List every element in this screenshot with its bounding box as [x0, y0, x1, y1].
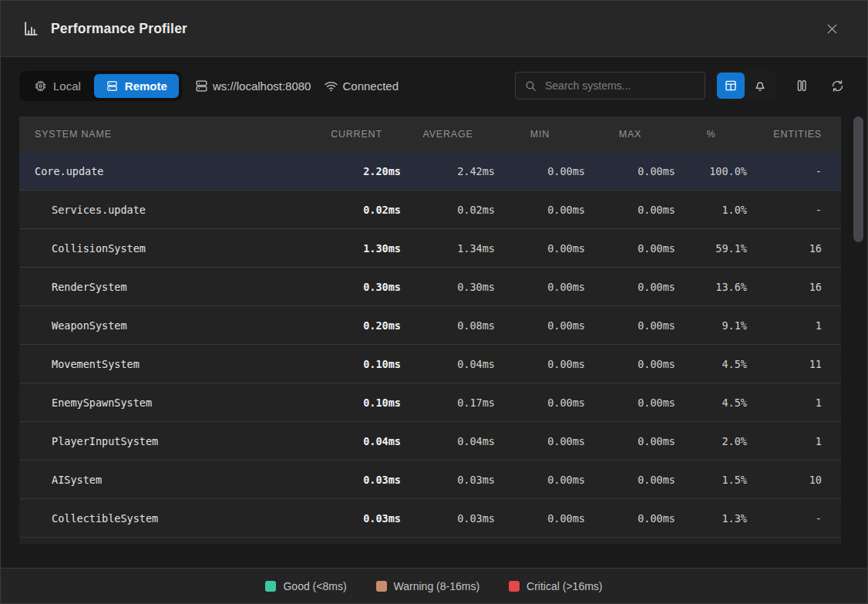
page-title: Performance Profiler — [51, 21, 187, 37]
max-value: 0.00ms — [585, 435, 675, 447]
entities-value: 16 — [747, 281, 841, 293]
min-value: 0.00ms — [495, 242, 585, 255]
min-value: 0.00ms — [495, 435, 585, 447]
min-value: 0.00ms — [495, 474, 585, 486]
entities-value: 16 — [747, 242, 841, 255]
table-row[interactable]: CollectibleSystem 0.03ms 0.03ms 0.00ms 0… — [19, 499, 841, 538]
column-header-min[interactable]: MIN — [495, 129, 585, 140]
refresh-button[interactable] — [824, 73, 850, 99]
remote-tab-label: Remote — [125, 79, 167, 93]
entities-value: 1 — [747, 319, 841, 332]
system-name: CollisionSystem — [19, 242, 312, 255]
remote-tab[interactable]: Remote — [94, 74, 179, 98]
legend: Good (<8ms) Warning (8-16ms) Critical (>… — [1, 568, 867, 603]
average-value: 0.04ms — [401, 358, 495, 370]
table-row[interactable]: PlayerInputSystem 0.04ms 0.04ms 0.00ms 0… — [19, 422, 841, 461]
entities-value: 1 — [747, 396, 841, 409]
table-row[interactable]: MovementSystem 0.10ms 0.04ms 0.00ms 0.00… — [19, 345, 841, 383]
percent-value: 100.0% — [675, 165, 747, 177]
percent-value: 2.0% — [675, 435, 747, 447]
close-icon — [825, 22, 839, 36]
pause-icon — [794, 78, 809, 93]
pause-button[interactable] — [789, 73, 815, 99]
source-toggle: Local Remote — [19, 71, 182, 101]
connection-url: ws://localhost:8080 — [213, 79, 311, 93]
table-row[interactable]: Services.update 0.02ms 0.02ms 0.00ms 0.0… — [19, 191, 841, 229]
table-view-button[interactable] — [717, 73, 745, 99]
system-name: Core.update — [19, 165, 312, 177]
local-tab-label: Local — [53, 79, 81, 93]
table-row[interactable]: AISystem 0.03ms 0.03ms 0.00ms 0.00ms 1.5… — [19, 461, 841, 499]
legend-item: Good (<8ms) — [265, 580, 346, 592]
column-header-max[interactable]: MAX — [585, 129, 675, 140]
percent-value: 13.6% — [675, 281, 747, 293]
max-value: 0.00ms — [585, 165, 675, 177]
table-row-partial — [19, 538, 841, 544]
min-value: 0.00ms — [495, 204, 585, 216]
max-value: 0.00ms — [585, 281, 675, 293]
max-value: 0.00ms — [585, 474, 675, 486]
table-row[interactable]: EnemySpawnSystem 0.10ms 0.17ms 0.00ms 0.… — [19, 383, 841, 422]
table-row[interactable]: RenderSystem 0.30ms 0.30ms 0.00ms 0.00ms… — [19, 268, 841, 306]
legend-swatch-icon — [265, 581, 276, 592]
table-row[interactable]: CollisionSystem 1.30ms 1.34ms 0.00ms 0.0… — [19, 229, 841, 268]
search-icon — [524, 79, 537, 93]
system-name: CollectibleSystem — [19, 512, 312, 525]
average-value: 0.08ms — [401, 319, 495, 332]
entities-value: 11 — [747, 358, 841, 370]
view-toggle-group — [715, 70, 776, 101]
vertical-scrollbar-thumb[interactable] — [853, 116, 863, 242]
average-value: 2.42ms — [401, 165, 495, 177]
column-header-system-name[interactable]: SYSTEM NAME — [19, 129, 312, 140]
entities-value: 10 — [747, 474, 841, 486]
local-tab[interactable]: Local — [22, 74, 93, 98]
system-name: WeaponSystem — [19, 319, 312, 332]
refresh-icon — [830, 79, 845, 93]
system-name: AISystem — [19, 474, 312, 486]
search-input[interactable] — [543, 79, 696, 93]
current-value: 0.04ms — [312, 435, 401, 447]
column-header-current[interactable]: CURRENT — [312, 129, 401, 140]
server-icon — [194, 79, 209, 93]
current-value: 1.30ms — [312, 242, 401, 255]
min-value: 0.00ms — [495, 358, 585, 370]
current-value: 0.03ms — [312, 512, 401, 525]
average-value: 0.02ms — [401, 204, 495, 216]
legend-item: Warning (8-16ms) — [376, 580, 480, 592]
column-header-average[interactable]: AVERAGE — [401, 129, 495, 140]
cpu-icon — [34, 79, 47, 93]
max-value: 0.00ms — [585, 242, 675, 255]
entities-value: - — [747, 165, 841, 177]
server-icon — [106, 79, 119, 93]
column-header-entities[interactable]: ENTITIES — [747, 129, 841, 140]
table-row[interactable]: WeaponSystem 0.20ms 0.08ms 0.00ms 0.00ms… — [19, 306, 841, 345]
percent-value: 1.5% — [675, 474, 747, 486]
legend-label: Good (<8ms) — [283, 580, 346, 592]
connection-info: ws://localhost:8080 Connected — [194, 79, 399, 93]
close-button[interactable] — [818, 15, 846, 42]
table-row[interactable]: Core.update 2.20ms 2.42ms 0.00ms 0.00ms … — [19, 152, 841, 191]
percent-value: 4.5% — [675, 396, 747, 409]
legend-swatch-icon — [376, 581, 387, 592]
alerts-button[interactable] — [746, 73, 774, 99]
title-bar: Performance Profiler — [1, 1, 867, 57]
legend-label: Warning (8-16ms) — [394, 580, 480, 592]
average-value: 0.17ms — [401, 396, 495, 409]
bar-chart-icon — [22, 20, 39, 37]
percent-value: 1.3% — [675, 512, 747, 525]
max-value: 0.00ms — [585, 512, 675, 525]
performance-profiler-window: Performance Profiler Local — [0, 0, 868, 604]
column-header-percent[interactable]: % — [675, 129, 747, 140]
current-value: 2.20ms — [312, 165, 401, 177]
entities-value: 1 — [747, 435, 841, 447]
table-view-icon — [724, 79, 738, 93]
percent-value: 1.0% — [675, 204, 747, 216]
percent-value: 4.5% — [675, 358, 747, 370]
current-value: 0.02ms — [312, 204, 401, 216]
legend-item: Critical (>16ms) — [509, 580, 602, 592]
system-name: RenderSystem — [19, 281, 312, 293]
min-value: 0.00ms — [495, 165, 585, 177]
average-value: 0.04ms — [401, 435, 495, 447]
table-body: Core.update 2.20ms 2.42ms 0.00ms 0.00ms … — [19, 152, 841, 538]
current-value: 0.03ms — [312, 474, 401, 486]
